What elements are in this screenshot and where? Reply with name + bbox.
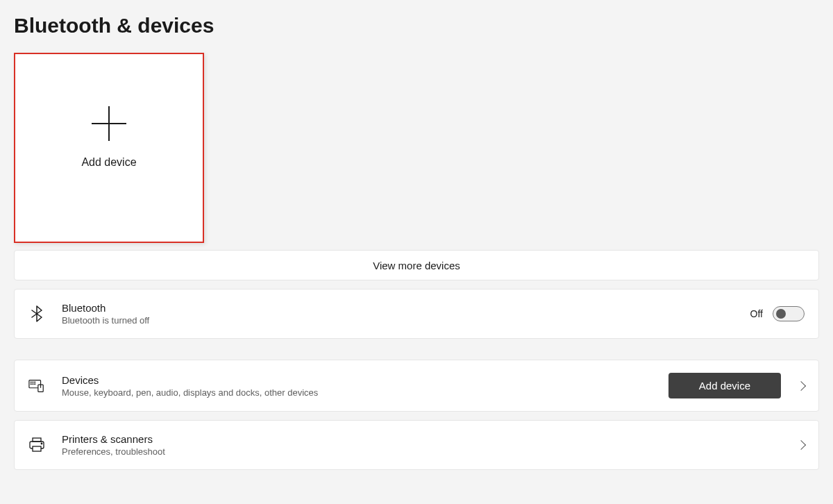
svg-rect-9: [33, 438, 41, 442]
svg-point-5: [33, 383, 33, 384]
printer-icon: [28, 437, 45, 453]
devices-row[interactable]: Devices Mouse, keyboard, pen, audio, dis…: [14, 360, 819, 412]
page-title: Bluetooth & devices: [14, 14, 819, 37]
devices-title: Devices: [62, 374, 668, 386]
bluetooth-toggle[interactable]: [773, 306, 805, 321]
svg-point-3: [35, 382, 35, 383]
printers-row[interactable]: Printers & scanners Preferences, trouble…: [14, 420, 819, 470]
view-more-devices-button[interactable]: View more devices: [14, 250, 819, 280]
svg-point-6: [35, 383, 35, 384]
toggle-knob: [776, 309, 786, 319]
devices-subtitle: Mouse, keyboard, pen, audio, displays an…: [62, 387, 668, 398]
svg-point-4: [31, 383, 31, 384]
add-device-button[interactable]: Add device: [668, 373, 781, 398]
bluetooth-subtitle: Bluetooth is turned off: [62, 315, 750, 326]
bluetooth-icon: [28, 305, 45, 322]
plus-icon: [92, 106, 126, 141]
printers-title: Printers & scanners: [62, 433, 791, 445]
bluetooth-row[interactable]: Bluetooth Bluetooth is turned off Off: [14, 289, 819, 339]
svg-point-2: [33, 382, 33, 383]
bluetooth-toggle-label: Off: [750, 308, 763, 319]
svg-rect-11: [33, 446, 41, 451]
chevron-right-icon[interactable]: [796, 440, 806, 450]
svg-point-1: [31, 382, 31, 383]
devices-icon: [28, 378, 45, 394]
chevron-right-icon[interactable]: [796, 380, 806, 390]
bluetooth-title: Bluetooth: [62, 302, 750, 314]
printers-subtitle: Preferences, troubleshoot: [62, 446, 791, 457]
add-device-tile[interactable]: Add device: [14, 53, 204, 243]
svg-point-12: [41, 443, 42, 444]
view-more-devices-label: View more devices: [373, 260, 460, 271]
add-device-tile-label: Add device: [81, 156, 136, 169]
